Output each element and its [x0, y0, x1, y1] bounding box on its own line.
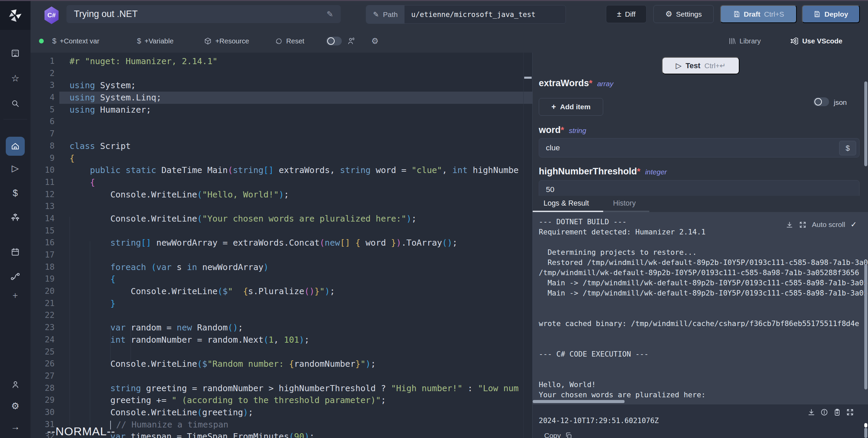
code-line[interactable]: class Script — [59, 140, 532, 152]
path-field[interactable]: ✎ Path u/etienne/microsoft_java_test — [366, 5, 566, 24]
diff-button[interactable]: ± Diff — [606, 5, 647, 23]
result-timestamp: 2024-12-10T17:29:51.6021076Z — [539, 417, 659, 425]
sidebar-item-settings[interactable]: ⚙ — [0, 398, 31, 414]
result-scrollbar-thumb-lower[interactable] — [864, 428, 867, 438]
code-line[interactable]: string[] newWordArray = extraWords.Conca… — [59, 237, 532, 249]
required-marker: * — [561, 125, 564, 135]
code-line[interactable] — [59, 128, 532, 140]
reset-button[interactable]: Reset — [275, 36, 304, 46]
code-editor[interactable]: 1234567891011121314151617181920212223242… — [31, 53, 532, 438]
sidebar-item-account[interactable] — [0, 376, 31, 393]
code-line[interactable] — [59, 68, 532, 80]
sidebar-item-collapse[interactable]: → — [0, 419, 31, 435]
code-line[interactable]: using System; — [59, 79, 532, 92]
arg-word-label: word* string — [539, 125, 586, 135]
code-line[interactable]: Console.WriteLine("Your chosen words are… — [59, 213, 532, 225]
code-line[interactable]: Console.WriteLine($" {s.Pluralize()}"); — [59, 285, 532, 298]
log-line — [539, 237, 868, 247]
code-line[interactable] — [59, 201, 532, 213]
editor-settings-button[interactable]: ⚙ — [371, 36, 379, 46]
code-line[interactable]: Console.WriteLine(greeting); — [59, 406, 532, 419]
sidebar-item-add[interactable]: + — [0, 287, 31, 304]
variable-picker-button[interactable]: $ — [839, 141, 856, 155]
clipboard-icon[interactable] — [833, 408, 841, 416]
code-line[interactable]: using Humanizer; — [59, 104, 532, 116]
logs-horizontal-scrollbar[interactable] — [533, 400, 625, 403]
edit-title-pencil-icon[interactable]: ✎ — [327, 9, 333, 19]
editor-scrollbar-track[interactable] — [523, 53, 524, 438]
code-line[interactable] — [59, 370, 532, 382]
code-line[interactable]: int randomNumber = random.Next(1, 101); — [59, 334, 532, 346]
script-title-input[interactable]: Trying out .NET ✎ — [66, 5, 341, 23]
code-line[interactable] — [59, 225, 532, 237]
code-line[interactable]: #r "nuget: Humanizer, 2.14.1" — [59, 55, 532, 68]
copy-icon — [565, 432, 572, 438]
test-button[interactable]: ▷ Test Ctrl+↵ — [662, 57, 739, 74]
line-number: 7 — [31, 128, 59, 140]
code-line[interactable] — [59, 309, 532, 322]
code-line[interactable] — [59, 116, 532, 128]
log-line — [539, 369, 868, 380]
windmill-logo[interactable] — [0, 1, 31, 30]
code-line[interactable]: { — [59, 176, 532, 189]
result-scrollbar-thumb[interactable] — [864, 423, 867, 427]
word-input[interactable] — [539, 138, 860, 157]
sidebar-item-runs[interactable]: ▷ — [0, 160, 31, 176]
logs-scrollbar-thumb[interactable] — [864, 264, 867, 389]
code-line[interactable]: Console.WriteLine("Hello, World!"); — [59, 189, 532, 201]
code-line[interactable] — [59, 249, 532, 261]
copy-button[interactable]: Copy — [544, 432, 572, 438]
log-line: --- C# CODE EXECUTION --- — [539, 349, 868, 359]
tab-history[interactable]: History — [613, 199, 636, 208]
sidebar-item-workspace[interactable] — [0, 45, 31, 61]
info-icon[interactable] — [820, 408, 828, 416]
expand-icon[interactable] — [799, 221, 807, 229]
check-icon[interactable]: ✓ — [851, 220, 857, 229]
dollar-icon: $ — [137, 37, 141, 45]
download-icon[interactable] — [786, 221, 793, 229]
sidebar-item-favorites[interactable]: ☆ — [0, 70, 31, 87]
code-line[interactable]: { — [59, 273, 532, 285]
code-line[interactable]: greeting += " (according to the threshol… — [59, 394, 532, 406]
use-vscode-button[interactable]: Use VScode — [790, 36, 843, 46]
sidebar-item-variables[interactable]: $ — [0, 185, 31, 201]
draft-shortcut: Ctrl+S — [764, 10, 784, 18]
code-lines[interactable]: #r "nuget: Humanizer, 2.14.1"using Syste… — [59, 55, 532, 438]
tab-logs-result[interactable]: Logs & Result — [544, 199, 589, 208]
code-line[interactable]: var random = new Random(); — [59, 322, 532, 334]
sidebar-item-flows[interactable] — [0, 268, 31, 285]
sidebar-item-home[interactable] — [6, 137, 25, 156]
json-toggle[interactable] — [813, 97, 829, 106]
impersonate-button[interactable] — [347, 36, 356, 46]
add-resource-button[interactable]: +Resource — [204, 36, 249, 46]
code-line[interactable]: string greeting = randomNumber > highNum… — [59, 382, 532, 395]
sidebar-item-resources[interactable] — [0, 210, 31, 226]
line-number: 1 — [31, 55, 59, 68]
code-line[interactable]: using System.Linq; — [59, 92, 532, 104]
code-line[interactable]: var timespan = TimeSpan.FromMinutes(90); — [59, 431, 532, 438]
path-chip[interactable]: ✎ Path — [366, 5, 405, 23]
code-line[interactable]: { — [59, 152, 532, 165]
settings-button[interactable]: ⚙ Settings — [653, 5, 714, 23]
add-item-button[interactable]: + Add item — [539, 98, 603, 116]
draft-button[interactable]: Draft Ctrl+S — [720, 5, 797, 23]
code-line[interactable]: // Humanize a timespan — [59, 419, 532, 431]
auto-scroll-label[interactable]: Auto scroll — [812, 221, 845, 229]
code-line[interactable]: } — [59, 298, 532, 310]
sidebar-item-schedules[interactable] — [0, 244, 31, 260]
code-line[interactable]: foreach (var s in newWordArray) — [59, 261, 532, 273]
add-variable-button[interactable]: $ +Variable — [137, 36, 174, 46]
mode-toggle[interactable] — [326, 37, 342, 45]
download-icon[interactable] — [807, 408, 815, 416]
code-line[interactable] — [59, 346, 532, 358]
logs-pane[interactable]: --- DOTNET BUILD ---Requirement detected… — [533, 212, 868, 404]
code-line[interactable]: Console.WriteLine($"Random number: {rand… — [59, 358, 532, 370]
panel-scrollbar-thumb[interactable] — [864, 81, 867, 166]
deploy-button[interactable]: Deploy — [802, 5, 860, 23]
code-line[interactable]: public static DateTime Main(string[] ext… — [59, 164, 532, 176]
expand-icon[interactable] — [846, 408, 854, 416]
sidebar-item-search[interactable] — [0, 95, 31, 112]
add-context-var-button[interactable]: $ +Context var — [52, 36, 99, 46]
library-button[interactable]: Library — [728, 36, 761, 46]
line-number: 26 — [31, 358, 59, 370]
